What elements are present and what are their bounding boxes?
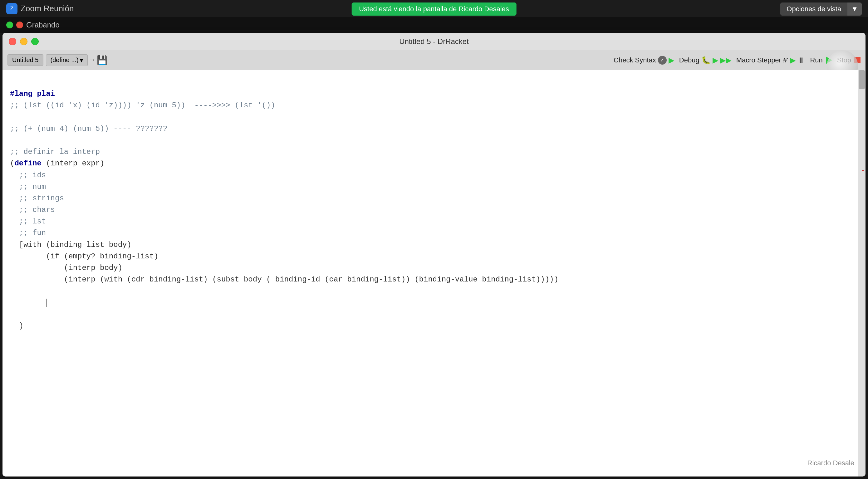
window-title: Untitled 5 - DrRacket: [399, 37, 469, 46]
cursor-position: [46, 299, 46, 307]
macro-stepper-button[interactable]: Macro Stepper #' ▶ ⏸: [736, 56, 805, 65]
zoom-bar: Z Zoom Reunión Usted está viendo la pant…: [0, 0, 868, 17]
comment-chars: ;; chars: [10, 205, 55, 214]
comment-ids: ;; ids: [10, 171, 46, 180]
traffic-lights: [9, 38, 39, 45]
user-label: Ricardo Desale: [807, 459, 854, 467]
recording-label: Grabando: [26, 21, 60, 29]
with-form: [with (binding-list body): [10, 241, 131, 249]
recording-dot: [16, 22, 23, 28]
comment-define-interp: ;; definir la interp: [10, 148, 100, 156]
toolbar-arrow-icon: →: [90, 56, 94, 64]
define-form: (define (interp expr): [10, 159, 104, 167]
save-icon[interactable]: 💾: [97, 55, 108, 66]
define-label: (define ...): [51, 57, 79, 64]
zoom-view-options: Opciones de vista ▼: [780, 2, 862, 15]
toolbar: Untitled 5 (define ...) ▾ → 💾 Check Synt…: [2, 50, 866, 70]
if-form: (if (empty? binding-list): [10, 252, 158, 261]
scrollbar-track: [858, 70, 866, 477]
comment-fun: ;; fun: [10, 229, 46, 237]
check-syntax-circle-icon: ✓: [658, 56, 667, 65]
file-tab[interactable]: Untitled 5: [7, 54, 43, 66]
check-syntax-button[interactable]: Check Syntax ✓ ▶: [614, 56, 674, 65]
check-syntax-label: Check Syntax: [614, 56, 656, 64]
scrollbar-thumb[interactable]: [859, 70, 865, 89]
macro-icon: #': [783, 56, 788, 64]
comment-lst-example: ;; (lst ((id 'x) (id 'z)))) 'z (num 5)) …: [10, 101, 275, 109]
define-dropdown[interactable]: (define ...) ▾: [46, 54, 88, 66]
debug-label: Debug: [679, 56, 700, 64]
editor-content: #lang plai ;; (lst ((id 'x) (id 'z)))) '…: [2, 70, 858, 338]
maximize-button[interactable]: [31, 38, 39, 45]
editor-area[interactable]: #lang plai ;; (lst ((id 'x) (id 'z)))) '…: [2, 70, 858, 477]
define-chevron-icon: ▾: [80, 57, 83, 64]
macro-step-icon: ▶: [790, 56, 796, 65]
debug-icon: 🐛: [701, 56, 711, 65]
recording-bar: Grabando: [0, 17, 868, 33]
zoom-title: Zoom Reunión: [21, 4, 74, 13]
zoom-notification: Usted está viendo la pantalla de Ricardo…: [351, 2, 517, 15]
interp-with: (interp (with (cdr binding-list) (subst …: [10, 275, 558, 284]
interp-body: (interp body): [10, 264, 122, 272]
view-options-chevron[interactable]: ▼: [847, 2, 862, 15]
scrollbar-mark: [862, 170, 864, 171]
comment-num: ;; num: [10, 183, 46, 191]
title-bar: Untitled 5 - DrRacket: [2, 33, 866, 50]
macro-pause-icon: ⏸: [798, 56, 805, 65]
minimize-button[interactable]: [20, 38, 28, 45]
zoom-icon: Z: [6, 3, 18, 14]
lang-declaration: #lang plai: [10, 90, 55, 98]
macro-stepper-label: Macro Stepper: [736, 56, 781, 64]
run-label: Run: [810, 56, 823, 64]
toolbar-right: Check Syntax ✓ ▶ Debug 🐛 ▶ ▶▶ Macro Step…: [614, 56, 861, 65]
comment-lst: ;; lst: [10, 217, 46, 226]
comment-strings: ;; strings: [10, 194, 64, 202]
debug-play-icon: ▶: [713, 56, 718, 65]
green-indicator-dot: [6, 22, 13, 28]
comment-num-example: ;; (+ (num 4) (num 5)) ---- ???????: [10, 125, 167, 133]
debug-button[interactable]: Debug 🐛 ▶ ▶▶: [679, 56, 731, 65]
drracket-window: Untitled 5 - DrRacket Untitled 5 (define…: [2, 33, 866, 477]
debug-step-icon: ▶▶: [720, 56, 731, 65]
check-syntax-play-icon: ▶: [669, 56, 674, 65]
view-options-button[interactable]: Opciones de vista: [780, 2, 847, 15]
close-button[interactable]: [9, 38, 16, 45]
